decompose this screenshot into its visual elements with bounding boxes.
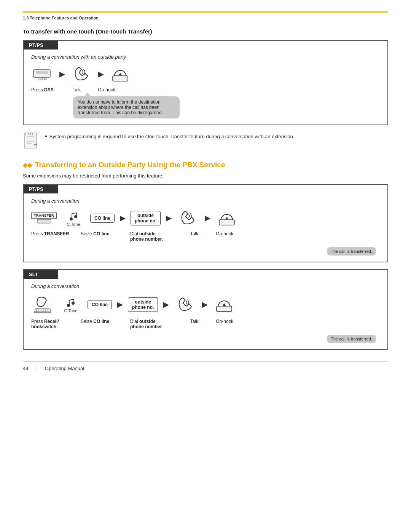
slt-during: During a conversation: [31, 283, 380, 289]
talk-icon3: [175, 296, 196, 314]
ptps-header1: PT/PS: [24, 41, 58, 50]
ptps-callout-container: The call is transferred.: [31, 245, 380, 256]
ptps-step4-label: Talk.: [180, 231, 210, 242]
ptps-step5-label: On-hook.: [210, 231, 241, 242]
svg-rect-1: [36, 71, 48, 74]
svg-text:(DSS): (DSS): [38, 77, 47, 80]
hookswitch-icon-block: [31, 294, 54, 315]
co-line-box-slt: CO line: [88, 300, 112, 309]
note-icon1: [23, 132, 40, 152]
onhook-icon2: [217, 209, 237, 227]
ptps-step1-label: Press TRANSFER.: [31, 231, 81, 242]
talk-icon-block2: [177, 209, 199, 227]
bubble-container1: You do not have to inform the destinatio…: [62, 96, 380, 118]
svg-rect-25: [217, 306, 232, 312]
flow-row1: (DSS) ▶ ▶: [31, 65, 380, 83]
svg-point-23: [67, 304, 70, 307]
bullet1: •: [45, 133, 47, 140]
svg-marker-14: [225, 217, 228, 219]
talk-icon-block3: [174, 296, 197, 314]
transfer-icon-block: TRANSFER: [31, 212, 57, 224]
dss-icon: (DSS): [33, 68, 53, 80]
onhook-icon-block3: [213, 296, 236, 314]
svg-rect-13: [219, 220, 234, 225]
slt-callout-container: The call is transferred.: [31, 332, 380, 343]
slt-step2-label: Seize CO line.: [81, 319, 130, 329]
note-content1: • System programming is required to use …: [45, 132, 294, 141]
svg-marker-4: [119, 73, 122, 75]
hookswitch-icon: [33, 294, 53, 315]
slt-step3-label: Dial outsidephone number.: [130, 319, 180, 329]
note-row1: • System programming is required to use …: [23, 132, 388, 152]
slt-box: SLT During a conversation: [23, 269, 388, 350]
slt-flow-row: C.Tone CO line ▶ outside phone no.: [31, 294, 380, 315]
arrow7: ▶: [163, 300, 169, 309]
ptps-callout: The call is transferred.: [327, 247, 376, 256]
co-line-block-slt: CO line: [88, 300, 112, 309]
speech-bubble1: You do not have to inform the destinatio…: [73, 96, 180, 118]
outside-phone-ptps: outside phone no.: [131, 211, 161, 225]
onhook-icon1: [110, 65, 130, 83]
talk-icon-block1: [70, 65, 93, 83]
arrow2: ▶: [98, 70, 104, 78]
co-line-box-ptps: CO line: [90, 214, 115, 223]
slt-step5-label: On-hook.: [210, 319, 241, 329]
slt-callout: The call is transferred.: [327, 335, 376, 343]
section1-title: To transfer with one touch (One-touch Tr…: [23, 28, 388, 35]
ptps-inner1: During a conversation with an outside pa…: [24, 54, 387, 118]
ctone-label-ptps: C.Tone: [67, 222, 80, 227]
sub-desc: Some extensions may be restricted from p…: [23, 173, 388, 179]
note-text1: System programming is required to use th…: [49, 132, 295, 141]
page-number: 44: [23, 366, 28, 371]
slt-step4-label: Talk.: [180, 319, 210, 329]
dss-icon-block: (DSS): [31, 68, 54, 80]
notepad-icon: [23, 132, 40, 149]
ptps-step3-label: Dial outsidephone number.: [130, 231, 180, 242]
ptps-step2-label: Seize CO line.: [81, 231, 130, 242]
outside-phone-slt: outside phone no.: [128, 297, 158, 312]
arrow1: ▶: [59, 70, 65, 78]
arrow3: ▶: [120, 214, 125, 222]
slt-header: SLT: [24, 270, 58, 279]
section2: ◆◆ Transferring to an Outside Party Usin…: [23, 161, 388, 350]
page-footer: 44 | Operating Manual: [23, 361, 388, 371]
ptps-inner2: During a conversation TRANSFER: [24, 198, 387, 256]
svg-marker-26: [223, 303, 226, 306]
arrow8: ▶: [202, 300, 207, 309]
transfer-button: TRANSFER: [31, 212, 57, 219]
during-label1: During a conversation with an outside pa…: [31, 54, 380, 60]
top-bar: 1.3 Telephone Features and Operation: [23, 11, 388, 21]
diamonds-icon: ◆◆: [23, 161, 32, 169]
footer-divider: |: [36, 366, 37, 371]
step-labels-row1: Press DSS. Talk. On-hook.: [31, 87, 380, 93]
section2-title: ◆◆ Transferring to an Outside Party Usin…: [23, 161, 388, 169]
co-line-block-ptps: CO line: [90, 214, 115, 223]
svg-point-12: [74, 215, 77, 218]
ptps-step-labels: Press TRANSFER. Seize CO line. Dial outs…: [31, 231, 380, 242]
slt-step1-label: Press Recall/hookswitch.: [31, 319, 81, 329]
slt-inner: During a conversation: [24, 283, 387, 343]
onhook-icon-block1: [109, 65, 132, 83]
svg-point-11: [70, 217, 73, 220]
arrow4: ▶: [166, 214, 171, 222]
page: 1.3 Telephone Features and Operation To …: [0, 0, 411, 532]
svg-rect-10: [37, 219, 51, 223]
ctone-icon-ptps: [68, 210, 79, 222]
step3-label: On-hook.: [92, 87, 119, 93]
step2-label: Talk.: [60, 87, 87, 93]
outside-box-slt: outside phone no.: [128, 297, 158, 312]
section1: To transfer with one touch (One-touch Tr…: [23, 28, 388, 152]
transfer-base: [36, 219, 53, 224]
ctone-block-slt: C.Tone: [59, 296, 82, 313]
svg-point-24: [72, 302, 75, 305]
ptps-box1: PT/PS During a conversation with an outs…: [23, 40, 388, 125]
breadcrumb: 1.3 Telephone Features and Operation: [23, 16, 99, 20]
talk-icon2: [177, 209, 199, 227]
ctone-block-ptps: C.Tone: [62, 210, 85, 227]
onhook-icon-block2: [215, 209, 238, 227]
svg-rect-3: [113, 76, 128, 81]
onhook-icon3: [214, 296, 234, 314]
ptps-during: During a conversation: [31, 198, 380, 204]
ctone-label-slt: C.Tone: [64, 308, 78, 313]
ctone-icon-slt: [65, 296, 76, 308]
